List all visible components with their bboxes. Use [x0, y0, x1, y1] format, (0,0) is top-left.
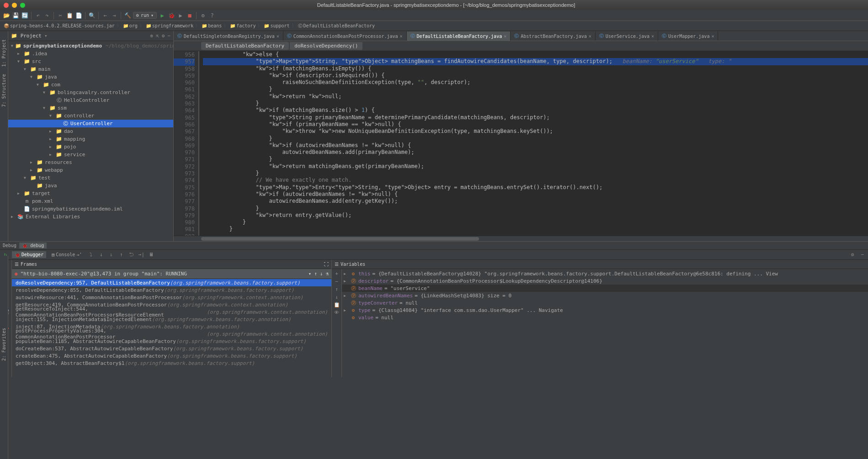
variable-row[interactable]: ▶⊜this = {DefaultListableBeanFactory@140…: [342, 270, 868, 277]
bc-pkg[interactable]: 📁 factory: [230, 23, 256, 28]
find-icon[interactable]: 🔍: [88, 12, 96, 19]
up-icon[interactable]: ↑: [333, 286, 341, 292]
frame-row[interactable]: doCreateBean:537, AbstractAutowireCapabl…: [12, 345, 331, 352]
back-icon[interactable]: ←: [101, 12, 109, 19]
run-config-select[interactable]: ⚙ run ▾: [133, 12, 157, 19]
frame-row[interactable]: autowireResource:441, CommonAnnotationBe…: [12, 294, 331, 301]
variable-row[interactable]: ▶⊜type = {Class@14084} "interface com.ss…: [342, 306, 868, 314]
context-class[interactable]: DefaultListableBeanFactory: [201, 42, 289, 50]
tree-row[interactable]: ▶📚External Libraries: [8, 213, 173, 221]
step-into-icon[interactable]: ↓: [97, 252, 105, 258]
frame-row[interactable]: resolveDependency:855, DefaultListableBe…: [12, 286, 331, 294]
close-icon[interactable]: ×: [400, 34, 403, 39]
drop-frame-icon[interactable]: ⮌: [128, 252, 135, 258]
tree-row[interactable]: ▼📁main: [8, 65, 173, 73]
frame-row[interactable]: postProcessPropertyValues:304, CommonAnn…: [12, 330, 331, 338]
close-icon[interactable]: ×: [277, 34, 279, 39]
force-step-into-icon[interactable]: ⇓: [107, 252, 115, 258]
close-icon[interactable]: ×: [711, 34, 714, 39]
tree-row[interactable]: ▶📁service: [8, 151, 173, 158]
help-icon[interactable]: ?: [208, 12, 216, 19]
down-icon[interactable]: ↓: [333, 294, 341, 300]
settings-icon[interactable]: ⚙: [849, 252, 856, 258]
undo-icon[interactable]: ↶: [34, 12, 42, 19]
show-watches-icon[interactable]: 👁: [333, 310, 341, 316]
frame-row[interactable]: inject:155, InjectionMetadata$InjectedEl…: [12, 316, 331, 323]
forward-icon[interactable]: →: [111, 12, 118, 19]
collapse-icon[interactable]: ⇱: [156, 33, 159, 39]
bc-class[interactable]: Ⓒ DefaultListableBeanFactory: [298, 23, 375, 29]
pin-icon[interactable]: −: [859, 252, 866, 258]
editor-tab[interactable]: ⒸDefaultSingletonBeanRegistry.java×: [174, 32, 283, 41]
step-out-icon[interactable]: ↑: [117, 252, 125, 258]
frames-list[interactable]: doResolveDependency:957, DefaultListable…: [12, 279, 331, 377]
frame-row[interactable]: doResolveDependency:957, DefaultListable…: [12, 279, 331, 286]
tab-project[interactable]: 1: Project: [0, 36, 7, 70]
gutter[interactable]: 9569579589599609619629639649659669679689…: [174, 51, 199, 236]
tree-row[interactable]: ▶📁dao: [8, 127, 173, 135]
tree-row[interactable]: ▶📁target: [8, 190, 173, 197]
variable-row[interactable]: ⓟtypeConverter = null: [342, 299, 868, 306]
project-tree[interactable]: ▼📁springmybatisexceptiondemo~/blog/blog_…: [8, 41, 173, 241]
code-editor[interactable]: 9569579589599609619629639649659669679689…: [174, 51, 868, 236]
debug-session-tab[interactable]: 🐞 debug: [19, 243, 47, 248]
evaluate-icon[interactable]: 🖩: [148, 252, 155, 258]
tree-row[interactable]: ▼📁springmybatisexceptiondemo~/blog/blog_…: [8, 42, 173, 50]
save-icon[interactable]: 💾: [12, 12, 19, 19]
variable-row[interactable]: ⊜value = null: [342, 314, 868, 321]
minimize-icon[interactable]: [12, 3, 17, 8]
tree-row[interactable]: ▼📁src: [8, 58, 173, 65]
bc-pkg[interactable]: 📁 beans: [202, 23, 222, 28]
cut-icon[interactable]: ✂: [57, 12, 64, 19]
bc-pkg[interactable]: 📁 support: [264, 23, 289, 28]
build-icon[interactable]: 🔨: [124, 12, 131, 19]
editor-tab[interactable]: ⒸAbstractBeanFactory.java×: [511, 32, 596, 41]
variables-list[interactable]: ▶⊜this = {DefaultListableBeanFactory@140…: [342, 269, 868, 377]
console-tab[interactable]: ▤ Console →': [49, 251, 85, 258]
run-icon[interactable]: ▶: [159, 12, 166, 19]
tree-row[interactable]: ▶📁resources: [8, 158, 173, 166]
prev-frame-icon[interactable]: ↑: [314, 271, 317, 277]
coverage-icon[interactable]: ▶: [177, 12, 184, 19]
tree-row[interactable]: ⒸHelloController: [8, 96, 173, 104]
debug-icon[interactable]: 🐞: [168, 12, 175, 19]
tree-row[interactable]: mpom.xml: [8, 197, 173, 205]
bc-pkg[interactable]: 📁 org: [123, 23, 138, 28]
tree-row[interactable]: 📄springmybatisexceptiondemo.iml: [8, 205, 173, 213]
settings-icon[interactable]: ⚙: [199, 12, 207, 19]
remove-watch-icon[interactable]: −: [333, 279, 341, 285]
hide-icon[interactable]: −: [167, 33, 170, 39]
tree-row[interactable]: ▼📁controller: [8, 112, 173, 120]
redo-icon[interactable]: ↷: [43, 12, 51, 19]
maximize-icon[interactable]: [20, 3, 25, 8]
copy-icon[interactable]: 📋: [66, 12, 73, 19]
stop-icon[interactable]: ■: [186, 12, 193, 19]
frame-row[interactable]: getObject:304, AbstractBeanFactory$1 (or…: [12, 359, 331, 367]
tree-row[interactable]: ▼📁test: [8, 174, 173, 182]
bc-jar[interactable]: 📦 spring-beans-4.0.2.RELEASE-sources.jar: [4, 23, 115, 28]
variable-row[interactable]: ▶ⓟautowiredBeanNames = {LinkedHashSet@14…: [342, 292, 868, 299]
run-to-cursor-icon[interactable]: →|: [138, 252, 145, 258]
autoscroll-icon[interactable]: ⊕: [150, 33, 154, 39]
close-icon[interactable]: ×: [589, 34, 591, 39]
code-content[interactable]: "kw">else { "type">Map<"type">String, "t…: [199, 51, 868, 236]
tab-structure[interactable]: 7: Structure: [0, 70, 7, 111]
variable-row[interactable]: ▶ⓟdescriptor = {CommonAnnotationBeanPost…: [342, 277, 868, 285]
tree-row[interactable]: 📁java: [8, 182, 173, 190]
horizontal-scrollbar[interactable]: [174, 236, 868, 241]
frame-row[interactable]: createBean:475, AbstractAutowireCapableB…: [12, 352, 331, 359]
sync-icon[interactable]: 🔄: [21, 12, 28, 19]
editor-tab[interactable]: ⒸUserMapper.java×: [658, 32, 718, 41]
debugger-tab[interactable]: 🐞 Debugger: [12, 251, 46, 258]
gear-icon[interactable]: ⚙: [162, 33, 165, 39]
add-watch-icon[interactable]: +: [333, 271, 341, 277]
frame-row[interactable]: getResourceToInject:544, CommonAnnotatio…: [12, 308, 331, 316]
tree-row[interactable]: ▶📁pojo: [8, 143, 173, 151]
tree-row[interactable]: ▶📁.idea: [8, 50, 173, 58]
open-icon[interactable]: 📂: [3, 12, 10, 19]
tree-row[interactable]: ▼📁ssm: [8, 104, 173, 112]
tree-row[interactable]: ▼📁java: [8, 73, 173, 81]
bc-pkg[interactable]: 📁 springframework: [146, 23, 193, 28]
frame-row[interactable]: populateBean:1185, AbstractAutowireCapab…: [12, 338, 331, 345]
editor-tab[interactable]: ⒸCommonAnnotationBeanPostProcessor.java×: [283, 32, 407, 41]
